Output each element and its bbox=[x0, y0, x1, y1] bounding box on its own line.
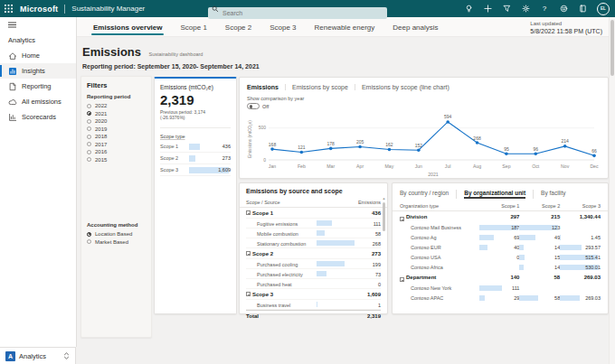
radio-option-2019[interactable]: 2019 bbox=[87, 126, 146, 134]
radio-icon[interactable] bbox=[87, 150, 91, 154]
table-row[interactable]: Contoso Ag 69 49 1.45 bbox=[393, 232, 608, 242]
table-row[interactable]: Fugitive emissions 111 bbox=[246, 219, 381, 229]
svg-text:500: 500 bbox=[259, 125, 267, 130]
collapse-icon[interactable] bbox=[246, 292, 251, 296]
org-cell bbox=[560, 284, 601, 292]
settings-icon[interactable] bbox=[521, 5, 530, 14]
hamburger-menu-icon[interactable] bbox=[0, 17, 76, 30]
sidebar-item-home[interactable]: Home bbox=[0, 48, 76, 63]
sidebar-item-insights[interactable]: Insights bbox=[0, 63, 76, 79]
row-value: 111 bbox=[374, 221, 381, 227]
value-bar bbox=[560, 235, 561, 240]
table-row[interactable]: Purchased heat 0 bbox=[246, 279, 381, 289]
radio-option-2018[interactable]: 2018 bbox=[87, 133, 146, 141]
org-cell: 1,340.44 bbox=[560, 213, 601, 221]
radio-icon[interactable] bbox=[87, 126, 91, 131]
radio-option-2017[interactable]: 2017 bbox=[87, 141, 146, 149]
collapse-icon[interactable] bbox=[246, 210, 251, 215]
app-launcher-icon[interactable] bbox=[0, 0, 16, 17]
org-tab-by-country-region[interactable]: By country / region bbox=[400, 190, 456, 199]
table-row[interactable]: Contoso EUR 40 14 293.57 bbox=[393, 242, 608, 252]
svg-text:214: 214 bbox=[561, 138, 569, 144]
cell-value: 215 bbox=[551, 214, 560, 219]
table-row[interactable]: Contoso APAC 29 58 269.03 bbox=[393, 293, 608, 303]
radio-option-2020[interactable]: 2020 bbox=[87, 117, 146, 126]
table-row[interactable]: Business travel 1 bbox=[246, 300, 381, 310]
radio-option-2016[interactable]: 2016 bbox=[87, 148, 146, 156]
cell-value: 140 bbox=[510, 275, 519, 280]
collapse-icon[interactable] bbox=[400, 277, 404, 282]
org-tab-by-facility[interactable]: By facility bbox=[533, 190, 572, 199]
chart-tab-0[interactable]: Emissions bbox=[247, 84, 285, 90]
page-scrollbar-thumb[interactable] bbox=[610, 20, 614, 76]
table-row[interactable]: Mobile combustion 58 bbox=[246, 229, 381, 238]
table-row[interactable]: Contoso New York 111 bbox=[393, 283, 608, 293]
radio-option-market-based[interactable]: Market Based bbox=[87, 238, 146, 247]
scope-type-label: Scope type bbox=[155, 128, 236, 141]
table-row[interactable]: Scope 2 273 bbox=[246, 248, 381, 259]
chart-tab-2[interactable]: Emissions by scope (line chart) bbox=[355, 84, 456, 90]
scope-row[interactable]: Scope 1 436 bbox=[160, 141, 231, 153]
source-table-scrollbar[interactable]: ▲ bbox=[382, 196, 386, 312]
table-row[interactable]: Department 140 58 269.03 bbox=[393, 272, 608, 283]
org-tab-by-organizational-unit[interactable]: By organizational unit bbox=[456, 190, 533, 199]
scrollbar-thumb[interactable] bbox=[383, 202, 385, 231]
scope-row[interactable]: Scope 3 1,609 bbox=[160, 164, 231, 176]
table-row[interactable]: Purchased cooling 199 bbox=[246, 259, 381, 269]
table-row[interactable]: Contoso USA 0 15 515.41 bbox=[393, 252, 608, 262]
radio-icon[interactable] bbox=[87, 135, 91, 139]
table-row[interactable]: Division 297 215 1,340.44 bbox=[393, 211, 608, 222]
org-cell: 215 bbox=[519, 213, 560, 221]
radio-icon[interactable] bbox=[87, 119, 91, 124]
sidebar-item-scorecards[interactable]: Scorecards bbox=[0, 109, 76, 125]
radio-option-2021[interactable]: 2021 bbox=[87, 110, 146, 118]
sidebar-item-reporting[interactable]: Reporting bbox=[0, 79, 76, 94]
tab-scope-3[interactable]: Scope 3 bbox=[262, 23, 303, 36]
radio-option-2015[interactable]: 2015 bbox=[87, 156, 146, 164]
tab-scope-2[interactable]: Scope 2 bbox=[218, 23, 259, 36]
radio-icon[interactable] bbox=[87, 142, 91, 146]
feedback-icon[interactable] bbox=[559, 5, 568, 14]
table-row[interactable]: Scope 3 1,609 bbox=[246, 289, 381, 300]
radio-icon[interactable] bbox=[87, 104, 91, 108]
help-icon[interactable]: ? bbox=[540, 5, 549, 14]
collapse-icon[interactable] bbox=[400, 217, 404, 221]
radio-icon[interactable] bbox=[87, 157, 91, 162]
guide-icon[interactable] bbox=[578, 5, 587, 14]
radio-icon[interactable] bbox=[87, 239, 91, 244]
search-input[interactable] bbox=[208, 7, 387, 19]
org-col-header[interactable]: Organization type bbox=[400, 203, 479, 209]
radio-icon[interactable] bbox=[87, 111, 91, 116]
org-col-header[interactable]: Scope 2 bbox=[519, 203, 560, 209]
area-switcher[interactable]: A Analytics bbox=[0, 347, 76, 364]
table-row[interactable]: Contoso Mail Business 187 123 bbox=[393, 222, 608, 232]
svg-text:Jun: Jun bbox=[415, 163, 422, 169]
lightbulb-icon[interactable] bbox=[464, 5, 473, 14]
tab-deep-analysis[interactable]: Deep analysis bbox=[385, 23, 445, 36]
table-row[interactable]: Contoso Africa 14 530.01 bbox=[393, 262, 608, 272]
table-row[interactable]: Scope 1 436 bbox=[246, 208, 381, 219]
filter-icon[interactable] bbox=[502, 5, 511, 14]
radio-label: 2019 bbox=[95, 126, 107, 132]
table-row[interactable]: Stationary combustion 268 bbox=[246, 238, 381, 248]
sidebar-item-all-emissions[interactable]: All emissions bbox=[0, 94, 76, 109]
tab-emissions-overview[interactable]: Emissions overview bbox=[86, 23, 169, 36]
radio-icon[interactable] bbox=[87, 232, 91, 237]
org-col-header[interactable]: Scope 1 bbox=[479, 203, 520, 209]
value-bar bbox=[479, 295, 486, 301]
tab-renewable-energy[interactable]: Renewable energy bbox=[308, 23, 383, 36]
tab-scope-1[interactable]: Scope 1 bbox=[173, 23, 213, 36]
radio-option-2022[interactable]: 2022 bbox=[87, 102, 146, 110]
scope-row[interactable]: Scope 2 273 bbox=[160, 153, 231, 164]
org-col-header[interactable]: Scope 3 bbox=[560, 203, 601, 209]
add-icon[interactable] bbox=[483, 5, 492, 14]
collapse-icon[interactable] bbox=[246, 251, 251, 256]
chart-tab-1[interactable]: Emissions by scope bbox=[285, 84, 355, 90]
kpi-card-emissions[interactable]: Emissions (mtCO₂e) 2,319 Previous period… bbox=[154, 77, 237, 314]
table-row[interactable]: Purchased electricity 73 bbox=[246, 269, 381, 279]
page-scrollbar[interactable] bbox=[609, 17, 615, 364]
radio-option-location-based[interactable]: Location Based bbox=[87, 230, 146, 238]
scroll-up-icon[interactable]: ▲ bbox=[382, 196, 386, 201]
avatar[interactable]: EL bbox=[597, 3, 610, 15]
emissions-line-chart[interactable]: 0500Emissions (mtCO₂e)168Jan121Feb178Mar… bbox=[245, 107, 603, 178]
